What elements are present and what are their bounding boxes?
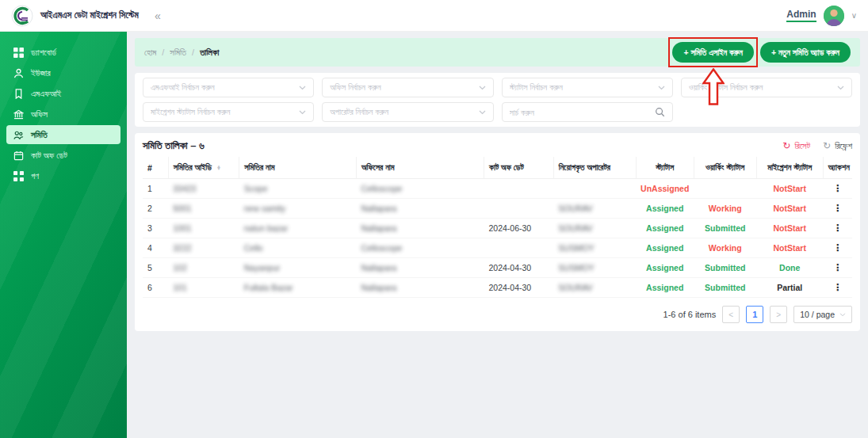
reset-button[interactable]: ↻ রিসেট — [782, 141, 810, 151]
cell-serial: 2 — [143, 199, 168, 219]
migration-status-select[interactable]: মাইগ্রেশন স্ট্যাটাস নির্বাচন করুন — [143, 102, 314, 122]
dashboard-icon — [13, 47, 24, 58]
pagination-total: 1-6 of 6 items — [663, 310, 717, 319]
header-samity-id[interactable]: সমিতির আইডি▲▼ — [168, 157, 239, 179]
breadcrumb-home[interactable]: হোম — [144, 48, 156, 58]
cell-status: UnAssigned — [636, 179, 694, 199]
cell-actions: ⋮ — [823, 179, 852, 199]
pagination-prev-button[interactable]: < — [722, 306, 740, 323]
header-migration-status: মাইগ্রেশন স্ট্যাটাস — [756, 157, 823, 179]
search-input[interactable] — [510, 108, 655, 117]
cell-status: Assigned — [636, 199, 694, 219]
status-select[interactable]: স্ট্যাটাস নির্বাচন করুন — [502, 78, 673, 97]
header-action: অ্যাকশন — [823, 157, 852, 179]
cell-cutoff-date: 2024-04-30 — [484, 278, 553, 298]
page-size-select[interactable]: 10 / page — [793, 306, 852, 323]
row-actions-button[interactable]: ⋮ — [833, 282, 843, 293]
select-placeholder: অপারেটর নির্বাচন করুন — [330, 107, 478, 117]
assign-samity-button[interactable]: + সমিতি এসাইন করুন — [672, 42, 753, 63]
select-placeholder: মাইগ্রেশন স্ট্যাটাস নির্বাচন করুন — [151, 107, 299, 117]
pagination-page-1[interactable]: 1 — [746, 306, 763, 323]
table-row: 6101Fultala BazarNallapara2024-04-30SOUR… — [143, 278, 852, 298]
cell-office-name: Nallapara — [356, 278, 484, 298]
sidebar-item-office[interactable]: অফিস — [6, 105, 120, 124]
header-serial: # — [143, 157, 168, 179]
cell-migration-status: NotStart — [756, 219, 823, 238]
sidebar-item-cutoff-date[interactable]: কাট অফ ডেট — [6, 146, 120, 165]
sidebar-item-label: সমিতি — [31, 130, 48, 140]
cell-office-name: Nallapara — [356, 219, 484, 238]
row-actions-button[interactable]: ⋮ — [833, 183, 843, 194]
header-cutoff-date: কাট অফ ডেট — [484, 157, 553, 179]
cell-samity-name: new samity — [239, 199, 357, 219]
reset-label: রিসেট — [794, 141, 810, 151]
table-header-row: # সমিতির আইডি▲▼ সমিতির নাম অফিসের নাম কা… — [143, 157, 852, 179]
table-row: 5102NayanpurNallapara2024-04-30SUSMOYAss… — [143, 258, 852, 278]
header-samity-name: সমিতির নাম — [239, 157, 357, 179]
row-actions-button[interactable]: ⋮ — [833, 262, 843, 273]
cell-working-status: Submitted — [694, 278, 756, 298]
cell-working-status: Working — [694, 199, 756, 219]
sidebar-item-label: এমএফআই — [31, 89, 61, 99]
cell-operator: SUSMOY — [553, 258, 636, 278]
top-header: আইএমএস ডেটা মাইগ্রেশন সিস্টেম « Admin ∨ — [0, 0, 868, 32]
cell-samity-name: Scope — [239, 179, 357, 199]
cell-office-name: Nallapara — [356, 258, 484, 278]
sidebar-item-mfi[interactable]: এমএফআই — [6, 84, 120, 103]
sidebar-item-dashboard[interactable]: ড্যাশবোর্ড — [6, 43, 120, 62]
cell-samity-name: Fultala Bazar — [239, 278, 357, 298]
row-actions-button[interactable]: ⋮ — [833, 223, 843, 234]
cell-serial: 3 — [143, 219, 168, 238]
sidebar-item-samity[interactable]: সমিতি — [6, 125, 120, 144]
apps-icon — [13, 170, 24, 181]
app-title: আইএমএস ডেটা মাইগ্রেশন সিস্টেম — [40, 10, 139, 21]
cell-samity-id: 5001 — [168, 199, 239, 219]
cell-cutoff-date — [484, 199, 553, 219]
chevron-down-icon — [658, 86, 665, 90]
admin-menu-link[interactable]: Admin — [786, 9, 816, 22]
row-actions-button[interactable]: ⋮ — [833, 242, 843, 253]
cell-actions: ⋮ — [823, 278, 852, 298]
table-row: 31001natun bazarNallapara2024-06-30SOURA… — [143, 219, 852, 238]
table-row: 25001new samityNallaparaSOURAVAssignedWo… — [143, 199, 852, 219]
breadcrumb-samity[interactable]: সমিতি — [170, 48, 186, 58]
cell-status: Assigned — [636, 278, 694, 298]
refresh-button[interactable]: ↻ রিফ্রেশ — [823, 141, 852, 151]
sidebar-item-user[interactable]: ইউজার — [6, 63, 120, 82]
office-icon — [13, 109, 24, 120]
sort-icon[interactable]: ▲▼ — [216, 166, 221, 171]
search-box — [502, 102, 673, 122]
row-actions-button[interactable]: ⋮ — [833, 203, 843, 214]
operator-select[interactable]: অপারেটর নির্বাচন করুন — [322, 102, 493, 122]
breadcrumb-bar: হোম / সমিতি / তালিকা + সমিতি এসাইন করুন … — [135, 38, 860, 67]
mfi-select[interactable]: এমএফআই নির্বাচন করুন — [143, 78, 314, 97]
cell-working-status: Working — [694, 238, 756, 258]
chevron-down-icon — [839, 313, 846, 317]
cell-samity-name: Nayanpur — [239, 258, 357, 278]
office-select[interactable]: অফিস নির্বাচন করুন — [322, 78, 493, 97]
sidebar-item-label: কাট অফ ডেট — [31, 150, 67, 161]
select-placeholder: এমএফআই নির্বাচন করুন — [151, 82, 299, 93]
cell-serial: 4 — [143, 238, 168, 258]
cell-working-status: Submitted — [694, 219, 756, 238]
cell-actions: ⋮ — [823, 219, 852, 238]
working-status-select[interactable]: ওয়ার্কিং স্ট্যাটাস নির্বাচন করুন — [681, 78, 852, 97]
annotation-wrapper: + সমিতি এসাইন করুন — [672, 42, 753, 63]
chevron-down-icon[interactable]: ∨ — [851, 11, 857, 20]
add-new-samity-button[interactable]: + নতুন সমিতি অ্যাড করুন — [760, 42, 851, 63]
chevron-down-icon — [479, 110, 486, 115]
app-logo-icon — [11, 5, 33, 27]
select-placeholder: ওয়ার্কিং স্ট্যাটাস নির্বাচন করুন — [689, 82, 837, 93]
cell-samity-id: 1001 — [168, 219, 239, 238]
table-body: 133423ScopeCelloscopeUnAssignedNotStart⋮… — [143, 179, 852, 298]
breadcrumb-current: তালিকা — [200, 48, 219, 58]
cell-operator: SOURAV — [553, 219, 636, 238]
cell-status: Assigned — [636, 258, 694, 278]
sidebar-item-gon[interactable]: গণ — [6, 166, 120, 185]
user-avatar[interactable] — [824, 6, 844, 26]
pagination-next-button[interactable]: > — [770, 306, 787, 323]
calendar-icon — [13, 150, 24, 161]
header-status: স্ট্যাটাস — [636, 157, 694, 179]
sidebar-collapse-icon[interactable]: « — [155, 10, 161, 21]
samity-table-card: সমিতি তালিকা – ৬ ↻ রিসেট ↻ রিফ্রেশ — [135, 133, 860, 331]
